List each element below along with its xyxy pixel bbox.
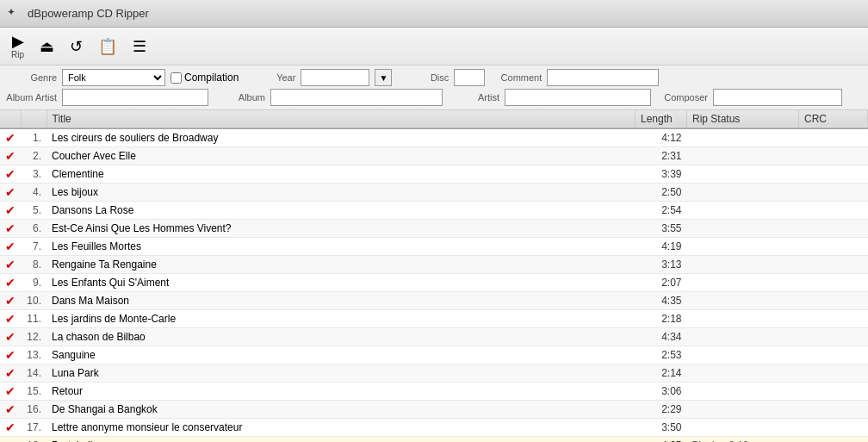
disc-label: Disc xyxy=(397,72,449,83)
track-rip-status xyxy=(687,383,799,401)
track-table-container: Title Length Rip Status CRC ✔ 1. Les cir… xyxy=(0,110,868,442)
track-length: 2:29 xyxy=(636,401,687,419)
track-title: Retour xyxy=(46,383,636,401)
compilation-group: Compilation xyxy=(170,72,239,84)
track-rip-status xyxy=(687,128,799,147)
track-checkbox-cell[interactable]: ✔ xyxy=(0,184,21,202)
track-checkbox-cell[interactable]: ✔ xyxy=(0,346,21,364)
track-checkbox-cell[interactable]: ✔ xyxy=(0,128,21,147)
track-checkbox-cell[interactable]: ✔ xyxy=(0,147,21,165)
track-checkbox-cell[interactable]: ✔ xyxy=(0,383,21,401)
track-checkbox-cell[interactable]: ✔ xyxy=(0,165,21,184)
track-crc xyxy=(799,220,868,238)
table-header-row: Title Length Rip Status CRC xyxy=(0,110,868,128)
meta-row-2: Album Artist Yves Montand Album Collecti… xyxy=(5,89,863,106)
table-row[interactable]: ✔ 15. Retour 3:06 xyxy=(0,383,868,401)
track-checkbox-cell[interactable]: ✔ xyxy=(0,256,21,274)
app-title: dBpoweramp CD Ripper xyxy=(28,7,149,20)
track-rip-status xyxy=(687,310,799,328)
track-length: 3:55 xyxy=(636,220,687,238)
track-rip-status xyxy=(687,274,799,292)
check-icon: ✔ xyxy=(5,276,16,289)
track-checkbox-cell[interactable]: ✔ xyxy=(0,292,21,310)
table-row[interactable]: ✔ 12. La chason de Bilbao 4:34 xyxy=(0,328,868,346)
track-rip-status xyxy=(687,202,799,220)
table-row[interactable]: ✔ 7. Les Feuilles Mortes 4:19 xyxy=(0,238,868,256)
track-rip-status xyxy=(687,419,799,437)
track-checkbox-cell[interactable]: ✔ xyxy=(0,328,21,346)
compilation-checkbox[interactable] xyxy=(170,72,182,84)
table-row[interactable]: ✔ 11. Les jardins de Monte-Carle 2:18 xyxy=(0,310,868,328)
table-row[interactable]: ✔ 1. Les cireurs de souliers de Broadway… xyxy=(0,128,868,147)
list-button[interactable]: ☰ xyxy=(127,35,152,58)
track-length: 3:13 xyxy=(636,256,687,274)
track-rip-status xyxy=(687,184,799,202)
track-checkbox-cell[interactable]: ✔ xyxy=(0,437,21,443)
track-crc xyxy=(799,165,868,184)
composer-input[interactable]: Darc Mireille; Henri Cor xyxy=(713,89,842,106)
toolbar: ▶ Rip ⏏ ↺ 📋 ☰ xyxy=(0,28,868,65)
track-length: 2:50 xyxy=(636,184,687,202)
table-row[interactable]: ✔ 10. Dans Ma Maison 4:35 xyxy=(0,292,868,310)
track-number: 11. xyxy=(21,310,46,328)
year-dropdown-button[interactable]: ▼ xyxy=(375,69,392,86)
id-icon: 📋 xyxy=(98,39,117,54)
table-row[interactable]: ✔ 8. Rengaine Ta Rengaine 3:13 xyxy=(0,256,868,274)
track-table: Title Length Rip Status CRC ✔ 1. Les cir… xyxy=(0,110,868,442)
track-checkbox-cell[interactable]: ✔ xyxy=(0,419,21,437)
track-crc xyxy=(799,401,868,419)
genre-select[interactable]: Folk xyxy=(62,69,165,86)
table-row[interactable]: ✔ 18. Portobello 4:35 Playing 2:19 xyxy=(0,437,868,443)
table-row[interactable]: ✔ 13. Sanguine 2:53 xyxy=(0,346,868,364)
id-button[interactable]: 📋 xyxy=(92,35,123,58)
table-row[interactable]: ✔ 2. Coucher Avec Elle 2:31 xyxy=(0,147,868,165)
check-icon: ✔ xyxy=(5,402,16,416)
col-num xyxy=(21,110,46,128)
check-icon: ✔ xyxy=(5,420,16,434)
rip-button[interactable]: ▶ Rip xyxy=(5,30,30,63)
track-checkbox-cell[interactable]: ✔ xyxy=(0,220,21,238)
track-length: 3:06 xyxy=(636,383,687,401)
check-icon: ✔ xyxy=(5,221,16,235)
year-input[interactable]: 1994 03 1 xyxy=(301,69,369,86)
track-length: 4:19 xyxy=(636,238,687,256)
album-artist-input[interactable]: Yves Montand xyxy=(62,89,208,106)
track-checkbox-cell[interactable]: ✔ xyxy=(0,202,21,220)
track-checkbox-cell[interactable]: ✔ xyxy=(0,401,21,419)
track-title: Les jardins de Monte-Carle xyxy=(46,310,636,328)
track-length: 2:18 xyxy=(636,310,687,328)
comment-input[interactable] xyxy=(547,69,659,86)
track-rip-status xyxy=(687,256,799,274)
table-row[interactable]: ✔ 4. Les bijoux 2:50 xyxy=(0,184,868,202)
table-row[interactable]: ✔ 3. Clementine 3:39 xyxy=(0,165,868,184)
track-checkbox-cell[interactable]: ✔ xyxy=(0,238,21,256)
artist-input[interactable]: Yves Montand xyxy=(505,89,651,106)
table-row[interactable]: ✔ 6. Est-Ce Ainsi Que Les Hommes Vivent?… xyxy=(0,220,868,238)
col-crc: CRC xyxy=(799,110,868,128)
refresh-icon: ↺ xyxy=(70,39,83,54)
track-title: Coucher Avec Elle xyxy=(46,147,636,165)
disc-input[interactable]: 2/2 xyxy=(454,69,485,86)
table-row[interactable]: ✔ 17. Lettre anonyme monsieur le conserv… xyxy=(0,419,868,437)
track-crc xyxy=(799,419,868,437)
track-title: Clementine xyxy=(46,165,636,184)
eject-icon: ⏏ xyxy=(40,39,54,54)
check-icon: ✔ xyxy=(5,312,16,326)
track-crc xyxy=(799,147,868,165)
album-input[interactable]: Collection, Disc 2 xyxy=(270,89,443,106)
track-crc xyxy=(799,364,868,383)
track-title: Portobello xyxy=(46,437,636,443)
track-checkbox-cell[interactable]: ✔ xyxy=(0,310,21,328)
eject-button[interactable]: ⏏ xyxy=(34,35,60,58)
table-row[interactable]: ✔ 14. Luna Park 2:14 xyxy=(0,364,868,383)
table-row[interactable]: ✔ 16. De Shangai a Bangkok 2:29 xyxy=(0,401,868,419)
track-length: 4:12 xyxy=(636,128,687,147)
compilation-label: Compilation xyxy=(184,72,239,84)
track-length: 2:53 xyxy=(636,346,687,364)
table-row[interactable]: ✔ 9. Les Enfants Qui S'Aiment 2:07 xyxy=(0,274,868,292)
track-checkbox-cell[interactable]: ✔ xyxy=(0,364,21,383)
refresh-button[interactable]: ↺ xyxy=(64,35,89,58)
table-row[interactable]: ✔ 5. Dansons La Rose 2:54 xyxy=(0,202,868,220)
rip-icon: ▶ xyxy=(12,34,24,49)
track-checkbox-cell[interactable]: ✔ xyxy=(0,274,21,292)
